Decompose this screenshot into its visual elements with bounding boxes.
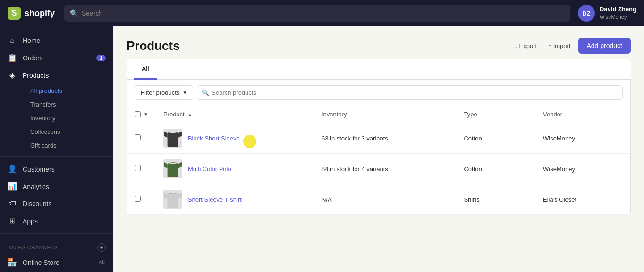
- products-table: ▼ Product ▲ Inventory Type Vendor: [127, 106, 630, 215]
- sidebar: ⌂ Home 📋 Orders 1 ◈ Products All product…: [0, 26, 113, 272]
- user-name: David Zheng: [600, 6, 636, 14]
- filter-row: Filter products ▼ 🔍: [127, 80, 630, 106]
- sales-channels-title: SALES CHANNELS +: [0, 238, 113, 254]
- sidebar-item-label: Home: [23, 37, 40, 44]
- analytics-icon: 📊: [8, 182, 17, 191]
- shopify-logo-icon: S: [8, 7, 21, 20]
- sidebar-sub-transfers[interactable]: Transfers: [23, 98, 113, 111]
- row-checkbox[interactable]: [135, 196, 141, 202]
- user-store: WiseMoney: [600, 14, 636, 20]
- shopify-wordmark: shopify: [25, 8, 55, 18]
- row-inventory-cell: 63 in stock for 3 variants: [314, 123, 457, 154]
- global-search-input[interactable]: [82, 9, 565, 17]
- import-button[interactable]: ↑ Import: [544, 40, 574, 52]
- products-icon: ◈: [8, 71, 17, 80]
- sidebar-sub-inventory[interactable]: Inventory: [23, 111, 113, 125]
- orders-icon: 📋: [8, 53, 17, 62]
- sidebar-item-online-store[interactable]: 🏪 Online Store 👁: [0, 254, 113, 271]
- sidebar-item-customers[interactable]: 👤 Customers: [0, 160, 113, 178]
- row-type-cell: Cotton: [456, 154, 535, 184]
- row-type-cell: Shirts: [456, 184, 535, 215]
- sidebar-item-products[interactable]: ◈ Products: [0, 66, 113, 84]
- table-row: Multi Color Polo 84 in stock for 4 varia…: [127, 154, 630, 184]
- search-products-input[interactable]: [197, 85, 623, 100]
- sidebar-item-apps[interactable]: ⊞ Apps: [0, 212, 113, 230]
- row-inventory-cell: 84 in stock for 4 variants: [314, 154, 457, 184]
- sidebar-item-label: Discounts: [23, 200, 51, 207]
- select-all-checkbox[interactable]: [135, 111, 141, 117]
- row-checkbox[interactable]: [135, 165, 141, 171]
- th-vendor: Vendor: [535, 106, 630, 123]
- svg-marker-5: [164, 162, 168, 168]
- product-name-link[interactable]: Multi Color Polo: [188, 165, 231, 173]
- row-product-cell: Short Sleeve T-shirt: [156, 184, 314, 215]
- row-product-cell: Black Short Sleeve: [156, 123, 314, 154]
- sidebar-item-label: Analytics: [23, 183, 49, 190]
- online-store-icon: 🏪: [8, 258, 17, 267]
- product-name-link[interactable]: Short Sleeve T-shirt: [188, 196, 242, 203]
- top-nav: S shopify 🔍 DZ David Zheng WiseMoney: [0, 0, 644, 26]
- sidebar-item-analytics[interactable]: 📊 Analytics: [0, 178, 113, 195]
- add-sales-channel-button[interactable]: +: [97, 243, 106, 252]
- sidebar-item-orders[interactable]: 📋 Orders 1: [0, 49, 113, 66]
- home-icon: ⌂: [8, 36, 17, 45]
- sidebar-item-label: Products: [23, 72, 49, 79]
- row-vendor-cell: WiseMoney: [535, 123, 630, 154]
- row-type-cell: Cotton: [456, 123, 535, 154]
- th-checkbox: ▼: [127, 106, 156, 123]
- svg-marker-10: [178, 193, 182, 199]
- row-checkbox-cell: [127, 154, 156, 184]
- page-header: Products ↓ Export ↑ Import Add product: [127, 38, 631, 54]
- sidebar-sub-all-products[interactable]: All products: [23, 84, 113, 98]
- export-button[interactable]: ↓ Export: [510, 40, 541, 52]
- th-inventory: Inventory: [314, 106, 457, 123]
- svg-rect-4: [168, 164, 178, 178]
- orders-badge: 1: [96, 55, 106, 61]
- sidebar-item-discounts[interactable]: 🏷 Discounts: [0, 195, 113, 212]
- table-container: Filter products ▼ 🔍: [127, 80, 631, 215]
- header-actions: ↓ Export ↑ Import Add product: [510, 38, 631, 54]
- import-icon: ↑: [548, 42, 551, 49]
- add-product-button[interactable]: Add product: [578, 38, 631, 54]
- customers-icon: 👤: [8, 165, 17, 173]
- sidebar-divider-2: [0, 233, 113, 234]
- global-search-bar[interactable]: 🔍: [64, 5, 570, 22]
- avatar[interactable]: DZ: [578, 5, 595, 22]
- svg-rect-0: [168, 133, 178, 147]
- search-icon: 🔍: [70, 9, 78, 17]
- svg-rect-8: [168, 195, 178, 208]
- chevron-down-icon: ▼: [182, 90, 187, 95]
- sidebar-item-home[interactable]: ⌂ Home: [0, 32, 113, 49]
- sidebar-item-label: Online Store: [23, 259, 59, 266]
- product-thumbnail: [163, 129, 182, 148]
- row-vendor-cell: Ella's Closet: [535, 184, 630, 215]
- svg-marker-1: [164, 132, 168, 138]
- row-checkbox[interactable]: [135, 134, 141, 140]
- main-content: Products ↓ Export ↑ Import Add product A…: [113, 26, 644, 272]
- sidebar-item-label: Customers: [23, 165, 55, 173]
- sidebar-item-label: Apps: [23, 217, 38, 225]
- sort-icon: ▲: [187, 112, 192, 117]
- product-search-wrapper: 🔍: [197, 85, 623, 100]
- products-submenu: All products Transfers Inventory Collect…: [0, 84, 113, 152]
- row-product-cell: Multi Color Polo: [156, 154, 314, 184]
- sidebar-item-label: Orders: [23, 54, 43, 62]
- table-row: Black Short Sleeve 63 in stock for 3 var…: [127, 123, 630, 154]
- chevron-down-icon[interactable]: ▼: [144, 112, 148, 117]
- discounts-icon: 🏷: [8, 199, 17, 208]
- shopify-logo[interactable]: S shopify: [8, 7, 55, 20]
- row-checkbox-cell: [127, 184, 156, 215]
- sidebar-sub-collections[interactable]: Collections: [23, 125, 113, 139]
- product-name-link[interactable]: Black Short Sleeve: [188, 135, 240, 142]
- export-icon: ↓: [514, 42, 517, 49]
- product-thumbnail: [163, 159, 182, 178]
- eye-icon: 👁: [99, 259, 106, 266]
- svg-marker-6: [178, 162, 182, 168]
- page-title: Products: [127, 39, 180, 53]
- row-vendor-cell: WiseMoney: [535, 154, 630, 184]
- row-inventory-cell: N/A: [314, 184, 457, 215]
- sidebar-sub-gift-cards[interactable]: Gift cards: [23, 139, 113, 152]
- tab-all[interactable]: All: [134, 59, 157, 80]
- th-product: Product ▲: [156, 106, 314, 123]
- filter-products-button[interactable]: Filter products ▼: [135, 85, 193, 100]
